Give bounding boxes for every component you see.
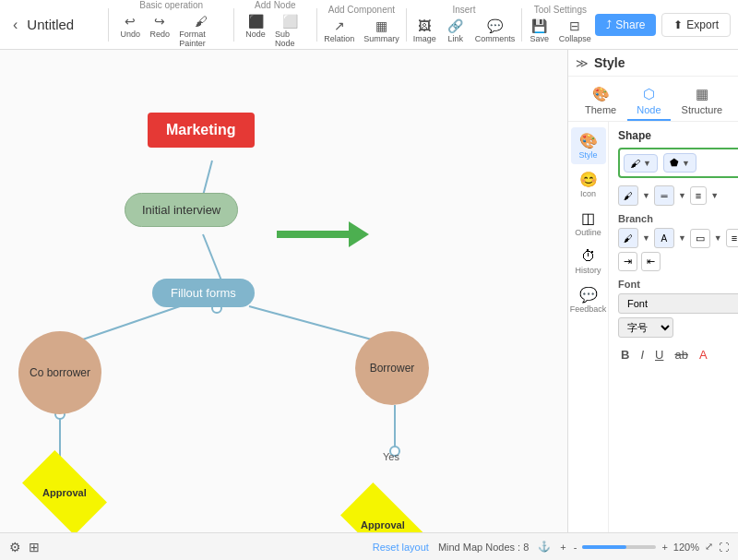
fillout-forms-node[interactable]: Fillout forms: [152, 279, 255, 307]
zoom-plus-btn[interactable]: +: [661, 542, 667, 553]
branch-btn-4[interactable]: ≡: [726, 229, 738, 247]
add-node-group: Add Node ⬛ Node ⬜ Sub Node: [242, 0, 308, 50]
side-icon-style[interactable]: 🎨 Style: [571, 127, 606, 164]
collapse-icon: ⊟: [569, 18, 580, 33]
shape-btn-1[interactable]: 🖌 ▼: [624, 154, 658, 173]
tab-structure[interactable]: ▦ Structure: [673, 82, 732, 121]
tab-theme-label: Theme: [585, 104, 616, 115]
side-icon-icon[interactable]: 😊 Icon: [571, 166, 606, 203]
font-color-button[interactable]: A: [696, 347, 710, 363]
branch-outdent-btn[interactable]: ⇤: [641, 252, 661, 271]
co-borrower-node[interactable]: Co borrower: [18, 331, 101, 414]
redo-button[interactable]: ↪ Redo: [146, 12, 173, 50]
tool-settings-group: Tool Settings 💾 Save ⊟ Collapse: [529, 5, 591, 45]
anchor-icon: ⚓: [538, 541, 551, 553]
basic-operation-label: Basic operation: [139, 0, 203, 10]
reset-layout-btn[interactable]: Reset layout: [373, 542, 429, 553]
tool-settings-label: Tool Settings: [534, 5, 587, 15]
undo-button[interactable]: ↩ Undo: [116, 12, 144, 50]
export-button[interactable]: ⬆ Export: [661, 13, 731, 37]
font-family-select[interactable]: Font: [618, 293, 738, 314]
shape-btn-2-icon: ⬟: [670, 157, 679, 169]
panel-title: Style: [594, 55, 625, 70]
side-icon-outline[interactable]: ◫ Outline: [571, 205, 606, 242]
tab-node[interactable]: ⬡ Node: [627, 82, 670, 121]
side-icon-history[interactable]: ⏱ History: [571, 244, 606, 280]
underline-button[interactable]: U: [652, 347, 666, 363]
italic-button[interactable]: I: [637, 347, 647, 363]
format-painter-icon: 🖌: [195, 14, 208, 29]
save-button[interactable]: 💾 Save: [526, 17, 554, 45]
branch-row-1: 🖌 ▼ A ▼ ▭ ▼ ≡ ▼: [618, 228, 738, 248]
basic-operation-group: Basic operation ↩ Undo ↪ Redo 🖌 Format P…: [116, 0, 226, 50]
divider-4: [406, 8, 407, 42]
summary-button[interactable]: ▦ Summary: [360, 17, 403, 45]
branch-dd-1[interactable]: ▼: [642, 233, 650, 243]
sub-node-icon: ⬜: [282, 14, 298, 29]
grid-icon[interactable]: ⊞: [29, 540, 40, 554]
outline-icon-label: Outline: [575, 228, 601, 237]
export-label: Export: [686, 18, 719, 31]
font-format-row: B I U ab A: [618, 347, 738, 363]
sub-node-button[interactable]: ⬜ Sub Node: [271, 12, 308, 50]
format-painter-button[interactable]: 🖌 Format Painter: [175, 12, 226, 50]
sub-node-label: Sub Node: [275, 30, 304, 48]
fit-icon[interactable]: ⤢: [705, 541, 713, 553]
initial-interview-node[interactable]: Initial interview: [125, 193, 238, 227]
side-icon-feedback[interactable]: 💬 Feedback: [571, 281, 606, 318]
color-dropdown-2[interactable]: ▼: [678, 191, 686, 200]
branch-indent-btn[interactable]: ⇥: [618, 252, 637, 271]
canvas[interactable]: Marketing Initial interview Fillout form…: [0, 50, 567, 532]
image-button[interactable]: 🖼 Image: [410, 17, 440, 45]
green-arrow: [277, 220, 369, 248]
color-btn-1[interactable]: 🖌: [618, 185, 638, 206]
approval-left-node[interactable]: Approval: [28, 470, 101, 516]
add-icon[interactable]: +: [560, 542, 565, 553]
fullscreen-icon[interactable]: ⛶: [719, 542, 729, 553]
color-btn-2[interactable]: ═: [654, 185, 674, 206]
tab-theme[interactable]: 🎨 Theme: [576, 82, 625, 121]
branch-dd-3[interactable]: ▼: [714, 233, 722, 243]
node-tab-icon: ⬡: [643, 86, 655, 102]
shape-btn-2[interactable]: ⬟ ▼: [663, 153, 696, 173]
zoom-slider[interactable]: [582, 545, 656, 549]
branch-dd-2[interactable]: ▼: [678, 233, 686, 243]
feedback-icon-label: Feedback: [570, 304, 607, 314]
undo-icon: ↩: [125, 14, 136, 29]
borrower-node[interactable]: Borrower: [355, 331, 429, 405]
structure-icon: ▦: [696, 86, 708, 102]
comments-button[interactable]: 💬 Comments: [471, 17, 519, 45]
branch-btn-3[interactable]: ▭: [690, 229, 710, 248]
settings-icon[interactable]: ⚙: [9, 540, 21, 554]
link-button[interactable]: 🔗 Link: [442, 17, 470, 45]
panel-tabs: 🎨 Theme ⬡ Node ▦ Structure: [568, 77, 738, 122]
style-row-1: 🖌 ▼ ═ ▼ ≡ ▼: [618, 185, 738, 206]
right-panel: ≫ Style 🎨 Theme ⬡ Node ▦ Structure 🎨: [567, 50, 738, 532]
marketing-node[interactable]: Marketing: [148, 113, 255, 148]
strikethrough-button[interactable]: ab: [672, 347, 690, 363]
font-section: Font Font 字号 B I U ab A: [618, 279, 738, 363]
back-button[interactable]: ‹: [7, 13, 23, 37]
node-button[interactable]: ⬛ Node: [242, 12, 269, 50]
style-btn-lines[interactable]: ≡: [690, 186, 707, 205]
relation-button[interactable]: ↗ Relation: [320, 17, 358, 45]
shape-section-title: Shape: [618, 129, 738, 142]
comments-label: Comments: [475, 34, 516, 43]
tool-settings-items: 💾 Save ⊟ Collapse: [526, 17, 595, 45]
color-dropdown-1[interactable]: ▼: [642, 191, 650, 200]
zoom-slider-fill: [582, 545, 626, 549]
share-button[interactable]: ⤴ Share: [595, 14, 656, 36]
approval-right-node[interactable]: Approval: [346, 502, 420, 532]
bold-button[interactable]: B: [618, 347, 632, 363]
font-size-select[interactable]: 字号: [618, 317, 673, 338]
zoom-controls: - + 120% ⤢ ⛶: [574, 541, 729, 553]
branch-color-btn[interactable]: 🖌: [618, 228, 638, 248]
summary-label: Summary: [363, 34, 399, 43]
export-icon: ⬆: [673, 18, 683, 31]
font-section-title: Font: [618, 279, 738, 290]
panel-collapse-btn[interactable]: ≫: [576, 56, 589, 70]
zoom-minus-btn[interactable]: -: [574, 542, 577, 553]
collapse-button[interactable]: ⊟ Collapse: [555, 17, 595, 45]
lines-dropdown[interactable]: ▼: [710, 191, 719, 200]
branch-btn-2[interactable]: A: [654, 228, 674, 248]
